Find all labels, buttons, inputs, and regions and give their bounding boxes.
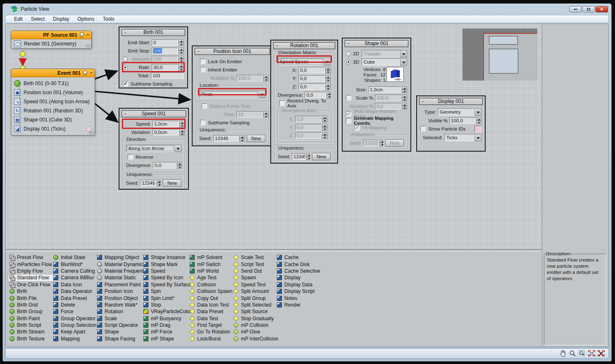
depot-item-birth-stream[interactable]: Birth Stream <box>8 328 53 335</box>
depot-item-position-object[interactable]: Position Object <box>96 295 148 301</box>
visible-field[interactable]: 100,0 <box>449 117 476 124</box>
emit-start-spinner[interactable] <box>179 39 184 46</box>
depot-item-keep-apart[interactable]: Keep Apart <box>52 328 98 335</box>
depot-item-find-target[interactable]: Find Target <box>188 322 234 328</box>
depot-item-cache-disk[interactable]: Cache Disk <box>276 261 322 267</box>
depot-item-mapping[interactable]: Mapping <box>52 335 98 342</box>
speed-panel-title[interactable]: -Speed 001 <box>122 110 186 117</box>
pan-tool-icon[interactable] <box>559 350 567 357</box>
depot-item-mp-buoyancy[interactable]: mP Buoyancy <box>142 315 193 322</box>
rollout-collapse-icon[interactable]: - <box>348 40 349 47</box>
depot-item-data-test[interactable]: Data Test <box>188 315 234 322</box>
rollout-collapse-icon[interactable]: - <box>276 43 278 49</box>
depot-item-spin[interactable]: Spin <box>142 288 193 295</box>
depot-item-mp-shape[interactable]: mP Shape <box>142 335 193 342</box>
depot-item-empty-flow[interactable]: Empty Flow <box>8 268 53 274</box>
depot-item-shape[interactable]: Shape <box>96 328 148 335</box>
depot-item-speed-by-icon[interactable]: Speed By Icon <box>142 274 193 281</box>
depot-item-birth-file[interactable]: Birth File <box>8 295 53 301</box>
show-particle-ids-checkbox[interactable] <box>420 126 426 131</box>
event-item-rotation-001-random-3d[interactable]: ↻Rotation 001 (Random 3D) <box>11 106 95 115</box>
depot-item-birth-group[interactable]: Birth Group <box>8 308 53 315</box>
rollout-collapse-icon[interactable]: - <box>124 29 126 36</box>
zoom-region-tool-icon[interactable] <box>578 350 586 357</box>
depot-item-standard-flow[interactable]: Standard Flow <box>8 274 53 281</box>
depot-item-mp-force[interactable]: mP Force <box>142 328 193 335</box>
x-field[interactable]: 0,0 <box>298 67 325 74</box>
depot-item-mp-world[interactable]: mP World <box>188 268 234 274</box>
reverse-checkbox[interactable] <box>128 154 133 159</box>
restrict-diverg-checkbox[interactable] <box>279 100 285 106</box>
menu-options[interactable]: Options <box>73 15 98 23</box>
depot-item-speed-test[interactable]: Speed Test <box>232 281 279 288</box>
lightbulb-icon[interactable] <box>79 32 84 38</box>
type-dropdown[interactable]: Geometry <box>438 108 482 116</box>
rotation-divergence-spinner[interactable] <box>327 92 331 98</box>
depot-item-shape-mark[interactable]: Shape Mark <box>142 261 193 267</box>
depot-item-birth[interactable]: Birth <box>8 288 53 295</box>
event-item-birth-001-0-30-t-31[interactable]: Birth 001 (0-30 T:31) <box>11 79 95 88</box>
depot-item-vrayparticlecolor[interactable]: VRayParticleColor <box>142 308 193 315</box>
depot-item-delete[interactable]: Delete <box>52 302 98 308</box>
rate-field[interactable]: 30,0 <box>152 64 178 71</box>
depot-item-rotation[interactable]: Rotation <box>96 308 148 315</box>
menu-display[interactable]: Display <box>49 15 73 23</box>
variation-field[interactable]: 0,0cm <box>153 129 179 136</box>
menu-tools[interactable]: Tools <box>99 15 119 23</box>
depot-item-script-operator[interactable]: Script Operator <box>96 322 148 328</box>
close-button[interactable]: ✕ <box>596 6 608 12</box>
seed-field[interactable]: 12345 <box>292 153 306 160</box>
depot-item-split-amount[interactable]: Split Amount <box>232 288 279 295</box>
event-001-header[interactable]: Event 001 − <box>11 69 95 77</box>
event-item-shape-001-cube-3d[interactable]: ▦Shape 001 (Cube 3D) <box>11 115 95 124</box>
rollout-collapse-icon[interactable]: - <box>422 98 424 105</box>
depot-item-blurwind[interactable]: BlurWind* <box>52 261 98 267</box>
depot-item-speed[interactable]: Speed <box>142 268 193 274</box>
direction-dropdown[interactable]: Along Icon Arrow <box>126 145 181 152</box>
depot-item-initial-state[interactable]: Initial State <box>52 254 98 261</box>
new-seed-button[interactable]: New <box>247 135 265 142</box>
depot-item-data-icon-test[interactable]: Data Icon Test <box>188 302 234 308</box>
depot-item-display-script[interactable]: Display Script <box>276 288 322 295</box>
x-spinner[interactable] <box>325 67 331 74</box>
depot-item-stop-gradually[interactable]: Stop Gradually <box>232 315 279 322</box>
lock-on-emitter-checkbox[interactable] <box>200 59 205 64</box>
menu-select[interactable]: Select <box>27 15 49 23</box>
depot-item-cache[interactable]: Cache <box>276 254 322 261</box>
depot-item-position-icon[interactable]: Position Icon <box>96 288 148 295</box>
depot-item-mapping-object[interactable]: Mapping Object <box>96 254 148 261</box>
depot-item-data-preset[interactable]: Data Preset <box>52 295 98 301</box>
depot-item-lock-bond[interactable]: Lock/Bond <box>188 335 234 342</box>
title-bar[interactable]: Particle View ✕ <box>3 4 611 14</box>
emit-start-field[interactable]: 0 <box>152 39 178 46</box>
depot-item-data-operator[interactable]: Data Operator <box>52 288 98 295</box>
rate-radio[interactable] <box>123 65 128 70</box>
depot-item-data-icon[interactable]: Data Icon <box>52 281 98 288</box>
viewport-navigator[interactable] <box>462 29 537 81</box>
depot-item-birth-grid[interactable]: Birth Grid <box>8 302 53 308</box>
subframe-sampling-checkbox[interactable] <box>123 81 128 86</box>
rollout-collapse-icon[interactable]: - <box>124 111 126 117</box>
depot-item-collision[interactable]: Collision <box>188 281 234 288</box>
3d-shape-dropdown[interactable]: Cube <box>362 58 407 66</box>
event-item-position-icon-001-volume[interactable]: ▣Position Icon 001 (Volume) <box>11 88 95 97</box>
depot-item-notes[interactable]: Notes <box>276 295 322 301</box>
depot-item-spin-limit[interactable]: Spin Limit* <box>142 295 193 301</box>
depot-item-split-selected[interactable]: Split Selected <box>232 302 279 308</box>
emit-stop-spinner[interactable] <box>179 48 184 54</box>
depot-item-preset-flow[interactable]: Preset Flow <box>8 254 53 261</box>
inherit-emitter-checkbox[interactable] <box>200 67 205 72</box>
particle-color-swatch[interactable] <box>474 126 482 132</box>
depot-item-copy-out[interactable]: Copy Out <box>188 295 234 301</box>
new-seed-button[interactable]: New <box>312 153 331 160</box>
event-001-node[interactable]: Event 001 − Birth 001 (0-30 T:31)▣Positi… <box>11 69 95 136</box>
maximize-button[interactable] <box>582 6 595 12</box>
depot-item-shape-facing[interactable]: Shape Facing <box>96 335 148 342</box>
2d-radio[interactable] <box>346 51 351 56</box>
depot-item-group-operator[interactable]: Group Operator <box>52 315 98 322</box>
speed-field[interactable]: 1,0cm <box>153 121 179 127</box>
depot-item-birth-script[interactable]: Birth Script <box>8 322 53 328</box>
depot-item-display[interactable]: Display <box>276 274 322 281</box>
size-field[interactable]: 1,0cm <box>368 86 401 93</box>
location-dropdown[interactable]: Pivot <box>199 90 265 98</box>
